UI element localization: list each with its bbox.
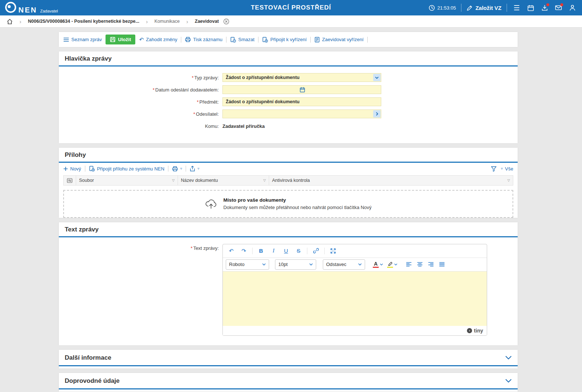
pripojit-k-vyrizeni-button[interactable]: Připojit k vyřízení xyxy=(262,37,307,43)
breadcrumb-item-zaevidovat[interactable]: Zaevidovat xyxy=(195,19,219,24)
separator xyxy=(186,166,186,172)
predmet-label: Předmět: xyxy=(199,99,219,105)
text-color-button[interactable]: A xyxy=(372,261,383,268)
section-text-zpravy: Text zprávy *Text zprávy: ↶ ↷ B I U S xyxy=(59,222,518,345)
align-justify-icon xyxy=(439,262,445,267)
required-marker: * xyxy=(191,245,193,251)
expand-section-button[interactable] xyxy=(505,379,512,383)
seznam-zprav-button[interactable]: Seznam zpráv xyxy=(63,37,102,42)
share-icon xyxy=(190,166,195,172)
pripojit-prilohu-button[interactable]: Připojit přílohu ze systému NEN xyxy=(89,166,165,172)
document-attach-icon xyxy=(262,37,268,43)
chevron-down-icon xyxy=(309,263,313,266)
form-row-predmet: *Předmět: xyxy=(59,97,518,106)
vse-filter-dropdown[interactable]: ▿ Vše xyxy=(501,166,513,172)
print-attachments-button[interactable]: ▿ xyxy=(172,166,182,172)
column-header-nazev-dokumentu[interactable]: Název dokumentu ▽ xyxy=(178,176,269,185)
novy-button[interactable]: Nový xyxy=(63,166,81,172)
smazat-button[interactable]: Smazat xyxy=(230,37,254,43)
font-size-select[interactable]: 10pt xyxy=(275,259,316,270)
section-hlavicka-zpravy: Hlavička zprávy *Typ zprávy: Žádost o zp… xyxy=(59,51,518,143)
page: { "colors": { "topbar": "#1a70b7", "acce… xyxy=(0,0,582,392)
datepicker-button[interactable] xyxy=(299,86,306,93)
breadcrumb-item-komunikace[interactable]: Komunikace xyxy=(154,19,180,24)
close-tab-icon[interactable] xyxy=(223,18,229,25)
section-dalsi-informace: Další informace xyxy=(59,350,518,368)
filter-triangle-icon[interactable]: ▽ xyxy=(507,179,510,182)
datum-label: Datum odeslání dodavatelem: xyxy=(155,87,219,93)
italic-icon: I xyxy=(273,248,275,254)
calendar-icon xyxy=(527,4,534,11)
undo-button[interactable]: ↶ xyxy=(226,246,237,256)
download-badge xyxy=(546,3,549,6)
redo-button[interactable]: ↷ xyxy=(238,246,249,256)
top-bar: NEN Zadavatel TESTOVACÍ PROSTŘEDÍ 21:53:… xyxy=(0,0,582,15)
export-attachments-button[interactable]: ▿ xyxy=(190,166,199,172)
chevron-down-icon xyxy=(394,263,397,266)
column-settings-button[interactable] xyxy=(64,176,76,185)
filter-triangle-icon[interactable]: ▽ xyxy=(172,179,175,182)
brand-block[interactable]: NEN Zadavatel xyxy=(5,2,58,14)
typ-zpravy-label: Typ zprávy: xyxy=(194,75,219,80)
odesilatel-picker-button[interactable] xyxy=(373,110,381,118)
section-title: Doprovodné údaje xyxy=(65,377,119,385)
expand-section-button[interactable] xyxy=(505,356,512,360)
form-row-odesilatel: *Odesílatel: xyxy=(59,109,518,118)
attachments-dropzone[interactable]: Místo pro vaše dokumenty Dokumenty sem m… xyxy=(63,190,513,218)
separator xyxy=(252,248,253,254)
profile-button[interactable] xyxy=(568,3,577,12)
tiny-brand-label: tiny xyxy=(474,328,483,334)
calendar-button[interactable] xyxy=(526,3,535,12)
align-justify-button[interactable] xyxy=(436,259,447,270)
breadcrumb-separator: › xyxy=(186,19,188,24)
zahodit-zmeny-button[interactable]: ↶ Zahodit změny xyxy=(139,37,177,42)
column-header-soubor[interactable]: Soubor ▽ xyxy=(76,176,178,185)
zalozit-vz-button[interactable]: Založit VZ xyxy=(467,5,501,11)
editor-toolbar-formatting: ↶ ↷ B I U S xyxy=(223,244,487,258)
underline-button[interactable]: U xyxy=(281,246,292,256)
block-format-select[interactable]: Odstavec xyxy=(323,259,365,270)
filter-triangle-icon[interactable]: ▽ xyxy=(263,179,266,182)
column-header-antivirova-kontrola[interactable]: Antivirová kontrola ▽ xyxy=(269,176,513,185)
attach-file-icon xyxy=(89,166,95,172)
dropdown-triangle-icon: ▿ xyxy=(180,167,182,170)
tiny-logo-icon: › xyxy=(467,328,472,333)
editor-content-area[interactable] xyxy=(223,271,487,326)
bold-button[interactable]: B xyxy=(256,246,267,256)
italic-button[interactable]: I xyxy=(268,246,279,256)
alignment-group xyxy=(403,259,447,270)
separator xyxy=(324,248,325,254)
typ-zpravy-select[interactable]: Žádost o zpřístupnění dokumentu xyxy=(222,73,381,82)
highlight-color-button[interactable] xyxy=(386,261,397,268)
zaevidovat-vyrizeni-button[interactable]: Zaevidovat vyřízení xyxy=(314,37,364,43)
menu-button[interactable]: ☰ xyxy=(512,3,521,12)
messages-button[interactable] xyxy=(554,3,563,12)
funnel-icon[interactable] xyxy=(491,166,497,172)
save-button[interactable]: Uložit xyxy=(106,35,135,44)
undo-icon: ↶ xyxy=(229,248,234,254)
align-center-button[interactable] xyxy=(414,259,425,270)
tisk-zaznamu-button[interactable]: Tisk záznamu xyxy=(185,37,222,42)
odesilatel-input[interactable] xyxy=(222,109,381,118)
komu-label: Komu: xyxy=(205,123,219,129)
messages-badge xyxy=(560,3,563,6)
document-delete-icon xyxy=(230,37,236,43)
chevron-down-icon xyxy=(505,379,512,383)
align-right-button[interactable] xyxy=(425,259,436,270)
breadcrumb-item-procurement[interactable]: N006/25/V00008634 - Posílení kybernetick… xyxy=(28,19,139,24)
predmet-input[interactable] xyxy=(222,97,381,106)
typ-zpravy-dropdown-button[interactable] xyxy=(373,74,381,81)
section-header: Text zprávy xyxy=(59,222,518,237)
home-icon[interactable] xyxy=(7,18,13,25)
align-left-button[interactable] xyxy=(403,259,414,270)
dropzone-title: Místo pro vaše dokumenty xyxy=(223,197,371,204)
font-family-select[interactable]: Roboto xyxy=(226,259,269,270)
separator xyxy=(258,37,258,43)
link-button[interactable] xyxy=(310,246,321,256)
section-header[interactable]: Další informace xyxy=(59,350,518,366)
section-header[interactable]: Doprovodné údaje xyxy=(59,373,518,389)
downloads-button[interactable] xyxy=(540,3,549,12)
strikethrough-button[interactable]: S xyxy=(293,246,304,256)
menu-icon: ☰ xyxy=(513,4,519,11)
fullscreen-button[interactable] xyxy=(328,246,339,256)
